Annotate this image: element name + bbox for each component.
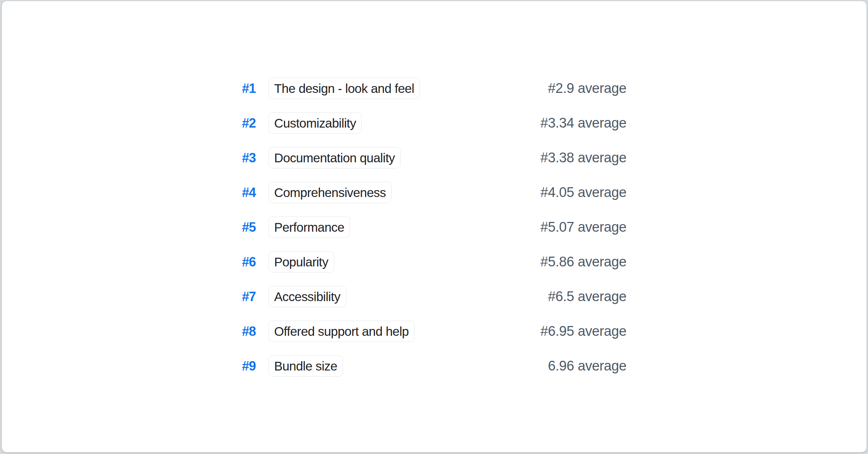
ranking-list: #1 The design - look and feel #2.9 avera… [242,1,626,377]
ranking-row: #8 Offered support and help #6.95 averag… [242,320,626,342]
option-label-chip[interactable]: Offered support and help [268,321,414,342]
average-score: #2.9 average [548,81,626,96]
rank-badge: #2 [242,116,257,131]
option-label-chip[interactable]: Popularity [268,251,334,273]
ranking-row: #2 Customizability #3.34 average [242,112,626,134]
average-score: #5.07 average [540,219,626,235]
option-label-chip[interactable]: Accessibility [268,286,346,307]
average-score: #6.95 average [540,324,626,339]
option-label-chip[interactable]: Customizability [268,112,362,134]
option-label-chip[interactable]: Bundle size [268,355,343,377]
average-score: #6.5 average [548,289,626,304]
rank-badge: #5 [242,220,257,235]
average-score: #4.05 average [540,185,626,200]
ranking-row: #6 Popularity #5.86 average [242,251,626,273]
rank-badge: #7 [242,289,257,304]
ranking-row: #5 Performance #5.07 average [242,216,626,238]
rank-badge: #6 [242,254,257,270]
ranking-row: #1 The design - look and feel #2.9 avera… [242,77,626,99]
option-label-chip[interactable]: Comprehensiveness [268,182,392,203]
ranking-row: #3 Documentation quality #3.38 average [242,147,626,169]
rank-badge: #8 [242,324,257,339]
ranking-row: #4 Comprehensiveness #4.05 average [242,181,626,204]
average-score: #5.86 average [540,254,626,270]
rank-badge: #9 [242,359,257,374]
ranking-row: #9 Bundle size 6.96 average [242,355,626,377]
ranking-row: #7 Accessibility #6.5 average [242,286,626,308]
option-label-chip[interactable]: The design - look and feel [268,78,420,99]
results-card: #1 The design - look and feel #2.9 avera… [2,1,867,452]
average-score: #3.34 average [540,115,626,131]
rank-badge: #3 [242,150,257,166]
average-score: 6.96 average [548,358,626,374]
option-label-chip[interactable]: Documentation quality [268,147,401,168]
rank-badge: #1 [242,81,257,96]
rank-badge: #4 [242,185,257,200]
average-score: #3.38 average [540,150,626,166]
option-label-chip[interactable]: Performance [268,217,350,238]
